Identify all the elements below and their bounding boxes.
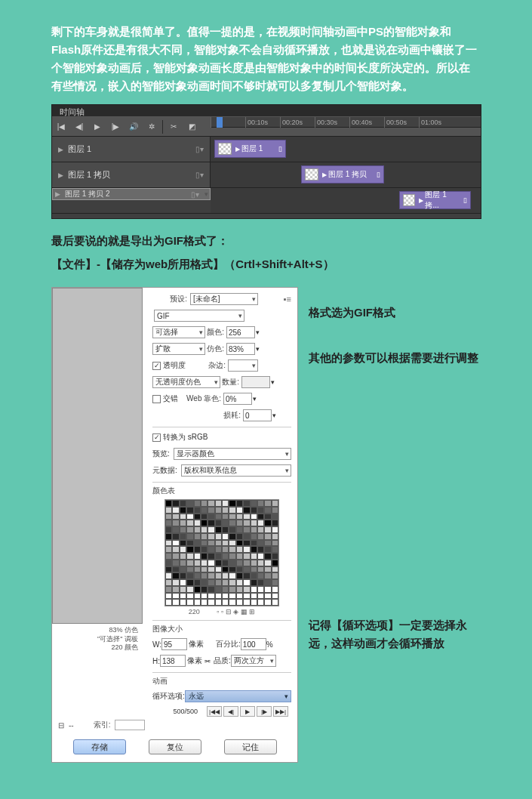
- preview-pane: [52, 288, 143, 624]
- loop-select[interactable]: 永远: [185, 690, 291, 702]
- interlace-check[interactable]: [152, 395, 161, 403]
- metadata-select[interactable]: 版权和联系信息: [181, 464, 291, 477]
- next-icon[interactable]: |▶: [257, 706, 272, 717]
- clip[interactable]: ▶图层 1 拷...▯: [399, 191, 471, 209]
- quality-select[interactable]: 两次立方: [231, 655, 276, 667]
- height-input[interactable]: 138: [160, 655, 186, 667]
- index-bar: ⊟--索引:: [52, 717, 297, 733]
- prev-frame-icon[interactable]: ◀|: [71, 119, 88, 134]
- note-params: 其他的参数可以根据需要进行调整: [309, 349, 481, 367]
- save-button[interactable]: 存储: [73, 739, 126, 754]
- chevron-right-icon[interactable]: ▶: [58, 171, 63, 179]
- timeline-tab[interactable]: 时间轴: [52, 105, 481, 117]
- playhead-icon[interactable]: [217, 117, 223, 128]
- intro-text: 剩下的车身就是很简单了。值得一提的是，在视频时间轴动画中PS的智能对象和Flas…: [51, 23, 481, 95]
- note-loop: 记得【循环选项】一定要选择永远，这样动画才会循环播放: [309, 616, 481, 652]
- format-select[interactable]: GIF: [154, 310, 244, 322]
- track-menu-icon[interactable]: ▯▾: [195, 171, 204, 179]
- srgb-check[interactable]: ✓: [152, 433, 161, 442]
- note-format: 格式选为GIF格式: [309, 304, 481, 322]
- export-heading: 最后要说的就是导出为GIF格式了：: [51, 234, 481, 248]
- track-menu-icon[interactable]: ▯▾: [195, 145, 204, 153]
- timeline-panel: 时间轴 |◀ ◀| ▶ |▶ 🔊 ✲ ✂ ◩ 00:10s 00:20s 00:…: [51, 104, 481, 219]
- track-menu-icon[interactable]: ▯▾: [191, 190, 199, 199]
- first-frame-icon[interactable]: |◀◀: [207, 706, 222, 717]
- transparency-check[interactable]: ✓: [152, 362, 161, 370]
- dither-select[interactable]: 扩散: [152, 343, 205, 355]
- goto-start-icon[interactable]: |◀: [53, 119, 69, 134]
- audio-icon[interactable]: 🔊: [125, 119, 142, 134]
- cut-icon[interactable]: ✂: [165, 119, 182, 134]
- settings-icon[interactable]: ✲: [143, 119, 160, 134]
- matte-select[interactable]: [228, 359, 258, 372]
- transition-icon[interactable]: ◩: [183, 119, 200, 134]
- algorithm-select[interactable]: 可选择: [152, 326, 205, 338]
- chevron-right-icon[interactable]: ▶: [55, 190, 60, 198]
- next-frame-icon[interactable]: |▶: [107, 119, 124, 134]
- time-ruler[interactable]: 00:10s 00:20s 00:30s 00:40s 00:50s 01:00…: [211, 117, 481, 128]
- track-row[interactable]: ▶图层 1 拷贝 2▯▾ ▶图层 1 拷...▯: [52, 188, 481, 214]
- remember-button[interactable]: 记住: [224, 739, 277, 754]
- width-input[interactable]: 95: [161, 638, 187, 650]
- menu-path: 【文件】-【储存为web所用格式】（Crtl+Shift+Alt+S）: [51, 258, 481, 272]
- preview-select[interactable]: 显示器颜色: [174, 448, 291, 460]
- color-table[interactable]: [165, 499, 279, 606]
- percent-input[interactable]: 100: [241, 638, 266, 650]
- reset-button[interactable]: 复位: [149, 739, 201, 754]
- menu-icon[interactable]: ▪≡: [284, 295, 291, 304]
- index-input[interactable]: [115, 720, 145, 730]
- track-row[interactable]: ▶图层 1▯▾ ▶图层 1▯: [52, 137, 481, 162]
- dither-input[interactable]: 83%: [226, 343, 255, 355]
- track-row[interactable]: ▶图层 1 拷贝▯▾ ▶图层 1 拷贝▯: [52, 162, 481, 188]
- trans-dither-select[interactable]: 无透明度仿色: [152, 376, 220, 388]
- prev-icon[interactable]: ◀|: [223, 706, 238, 717]
- play-icon[interactable]: ▶: [89, 119, 106, 134]
- save-for-web-dialog: 83% 仿色"可选择" 调板220 颜色 预设:[未命名]▪≡ GIF 可选择颜…: [51, 287, 298, 763]
- clip[interactable]: ▶图层 1 拷贝▯: [301, 165, 384, 184]
- preview-info: 83% 仿色"可选择" 调板220 颜色: [52, 625, 143, 654]
- preset-select[interactable]: [未命名]: [190, 293, 258, 305]
- last-frame-icon[interactable]: ▶▶|: [273, 706, 288, 717]
- amount-input: [241, 376, 270, 388]
- websnap-input[interactable]: 0%: [223, 393, 252, 405]
- play-anim-icon[interactable]: ▶: [240, 706, 255, 717]
- clip[interactable]: ▶图层 1▯: [214, 140, 286, 158]
- colors-input[interactable]: 256: [226, 326, 255, 338]
- lossy-input[interactable]: 0: [243, 409, 272, 421]
- chevron-right-icon[interactable]: ▶: [58, 146, 63, 153]
